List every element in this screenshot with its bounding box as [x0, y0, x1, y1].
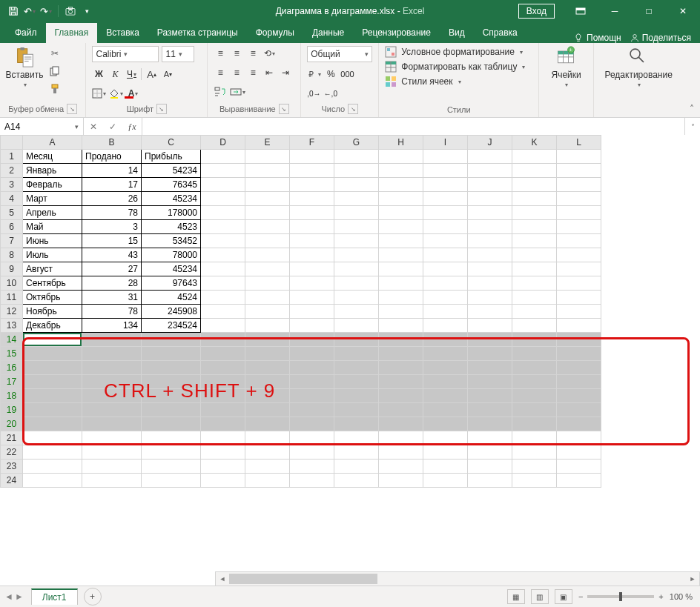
row-header[interactable]: 19: [1, 403, 23, 417]
cell[interactable]: [290, 234, 334, 248]
tab-review[interactable]: Рецензирование: [353, 23, 440, 43]
zoom-out-icon[interactable]: −: [578, 592, 583, 601]
cell[interactable]: [142, 347, 201, 361]
cell[interactable]: [245, 178, 290, 192]
cell[interactable]: [557, 389, 601, 403]
cell[interactable]: Прибыль: [142, 150, 201, 164]
cell[interactable]: [334, 291, 379, 305]
row-header[interactable]: 1: [1, 150, 23, 164]
cell[interactable]: Апрель: [23, 206, 82, 220]
cell[interactable]: [201, 445, 245, 460]
cell-styles-button[interactable]: Стили ячеек▾: [385, 76, 525, 87]
cell[interactable]: [423, 276, 468, 291]
cell[interactable]: [201, 417, 245, 431]
maximize-icon[interactable]: □: [632, 0, 666, 22]
cell[interactable]: [334, 375, 379, 389]
cell[interactable]: [557, 276, 601, 291]
cell[interactable]: [512, 417, 557, 431]
row-header[interactable]: 3: [1, 178, 23, 192]
cell[interactable]: 53452: [142, 234, 201, 248]
cell[interactable]: [290, 220, 334, 234]
cell[interactable]: [557, 248, 601, 262]
cell[interactable]: [245, 276, 290, 291]
cell[interactable]: 76345: [142, 178, 201, 192]
cell[interactable]: [557, 291, 601, 305]
cell[interactable]: [23, 417, 82, 431]
cell[interactable]: [379, 192, 423, 206]
tab-data[interactable]: Данные: [303, 23, 353, 43]
cell[interactable]: [290, 319, 334, 333]
cell[interactable]: 45234: [142, 262, 201, 276]
cell[interactable]: [423, 206, 468, 220]
cell[interactable]: [468, 474, 512, 488]
cell[interactable]: 4524: [142, 291, 201, 305]
cell[interactable]: [468, 417, 512, 431]
column-header[interactable]: K: [512, 136, 557, 150]
cell[interactable]: [23, 347, 82, 361]
cell[interactable]: [82, 474, 142, 488]
row-header[interactable]: 2: [1, 164, 23, 178]
row-header[interactable]: 6: [1, 220, 23, 234]
cell[interactable]: [512, 178, 557, 192]
cell[interactable]: [468, 248, 512, 262]
cell[interactable]: [557, 192, 601, 206]
cell[interactable]: [142, 361, 201, 375]
new-sheet-button[interactable]: +: [84, 588, 102, 606]
tab-view[interactable]: Вид: [440, 23, 474, 43]
cell[interactable]: [379, 262, 423, 276]
cell[interactable]: [468, 389, 512, 403]
cell[interactable]: [201, 389, 245, 403]
cell[interactable]: [423, 178, 468, 192]
cell[interactable]: [245, 375, 290, 389]
comma-icon[interactable]: 000: [340, 67, 354, 82]
cell[interactable]: [557, 445, 601, 460]
tab-file[interactable]: Файл: [6, 23, 46, 43]
cell[interactable]: [379, 361, 423, 375]
row-header[interactable]: 22: [1, 445, 23, 460]
fx-icon[interactable]: ƒx: [122, 122, 142, 133]
cell[interactable]: [423, 248, 468, 262]
cell[interactable]: [557, 460, 601, 474]
merge-icon[interactable]: ▾: [230, 84, 245, 99]
cell[interactable]: Сентябрь: [23, 276, 82, 291]
italic-button[interactable]: К: [108, 67, 122, 82]
cell[interactable]: [290, 248, 334, 262]
column-header[interactable]: A: [23, 136, 82, 150]
cell[interactable]: [468, 361, 512, 375]
cell[interactable]: [379, 431, 423, 445]
cell[interactable]: [334, 305, 379, 319]
dialog-launcher-icon[interactable]: ↘: [279, 104, 289, 114]
row-header[interactable]: 8: [1, 248, 23, 262]
horizontal-scrollbar[interactable]: ◄ ►: [215, 571, 700, 586]
cell[interactable]: [290, 474, 334, 488]
cell[interactable]: [201, 192, 245, 206]
cell[interactable]: [334, 164, 379, 178]
align-bottom-icon[interactable]: ≡: [246, 46, 260, 61]
cell[interactable]: [423, 319, 468, 333]
orientation-icon[interactable]: ⟲▾: [262, 46, 276, 61]
row-header[interactable]: 13: [1, 319, 23, 333]
cell[interactable]: [201, 178, 245, 192]
increase-font-icon[interactable]: A▴: [145, 67, 158, 82]
cell[interactable]: [245, 248, 290, 262]
cell[interactable]: [512, 431, 557, 445]
cell[interactable]: 28: [82, 276, 142, 291]
cell[interactable]: [290, 403, 334, 417]
percent-icon[interactable]: %: [324, 67, 337, 82]
sheet-tab[interactable]: Лист1: [31, 588, 78, 605]
row-header[interactable]: 4: [1, 192, 23, 206]
share-button[interactable]: Поделиться: [630, 33, 691, 43]
cell[interactable]: 17: [82, 178, 142, 192]
cell[interactable]: [557, 206, 601, 220]
cell[interactable]: [290, 150, 334, 164]
cell[interactable]: [423, 474, 468, 488]
copy-icon[interactable]: [47, 64, 62, 79]
cell[interactable]: 31: [82, 291, 142, 305]
cell[interactable]: [423, 234, 468, 248]
align-left-icon[interactable]: ≡: [214, 65, 227, 80]
cell[interactable]: [468, 150, 512, 164]
cell[interactable]: [512, 192, 557, 206]
cell[interactable]: [290, 347, 334, 361]
cell[interactable]: [290, 206, 334, 220]
cell[interactable]: [82, 403, 142, 417]
